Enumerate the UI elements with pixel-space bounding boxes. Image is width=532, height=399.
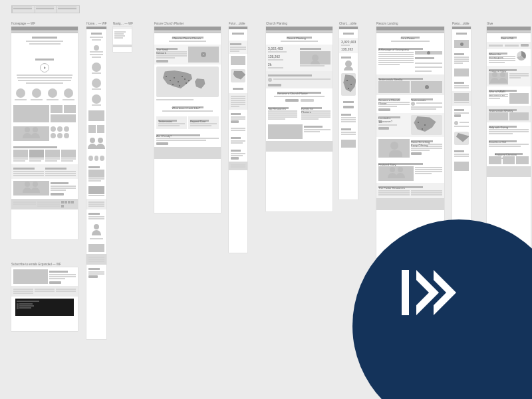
cp-events: Events for Planters <box>301 107 322 109</box>
pie-chart-icon <box>517 51 526 61</box>
artboard-label: Subscribe to emails Expanded — WF <box>11 263 61 266</box>
fcp-ready-heading: Am I Ready? <box>156 134 200 136</box>
pastors-hero: I'm a Pastor <box>401 37 420 39</box>
artboard-homepage[interactable]: Homepage — WF <box>11 27 78 239</box>
artboard-label: Pastors Landing <box>376 22 398 25</box>
artboard-label: Future Church Planter <box>154 22 184 25</box>
give-fcr: Featured Christian Resources <box>495 153 523 155</box>
give-help: Help with Giving <box>489 126 517 128</box>
fcp-looks-heading: What does it Look Like? <box>172 106 203 108</box>
fcp-network-heading: The Send Network <box>156 48 178 50</box>
cp-stat-2: 138,262 <box>268 55 299 59</box>
fcp-card-1: Testimonies <box>158 120 177 122</box>
artboard-label: Pasto…obile <box>452 22 469 25</box>
give-who: Who is NAMB sponsored by <box>489 90 517 92</box>
artboard-cp-mobile[interactable]: Churc…obile 3,022,403138,262 <box>339 27 358 200</box>
give-title: Start a Gift <box>501 37 517 39</box>
artboard-pastors-mobile[interactable]: Pasto…obile <box>452 27 471 238</box>
pastors-become: Become a Church Planter <box>378 98 400 100</box>
give-story: Featured Story <box>489 69 517 71</box>
pastors-located: Located in Vancouver? <box>378 116 400 118</box>
fcp-card-2: Beyond Core <box>190 120 209 122</box>
artboard-label: Churc…obile <box>339 22 356 25</box>
pastors-testimonials: Testimonials <box>411 98 433 100</box>
give-tw: Testimonials Weekly <box>489 109 517 111</box>
pastors-msg: A Message of Savingness <box>378 48 423 50</box>
cp-become-heading: Become a Church Planter <box>277 92 321 94</box>
pastors-weekly: Testimonials Weekly <box>378 78 423 80</box>
artboard-label: Navig… — WF <box>113 22 133 25</box>
give-benefits: Benefits of Gift <box>489 140 517 142</box>
cp-top-resources: Top Resources <box>268 107 289 109</box>
map-north-america <box>156 66 219 97</box>
pastors-enrich: Some Enriching Equip Offering <box>411 140 433 142</box>
cp-stat-3: 2k <box>268 63 299 66</box>
artboard-fcp[interactable]: Future Church Planter I Want to Plant a … <box>154 27 221 213</box>
artboard-label: Church Planting <box>266 22 287 25</box>
artboard-subscribe[interactable]: Subscribe to emails Expanded — WF <box>11 267 78 331</box>
fcp-cta-heading: I Want to Plant a Church <box>172 37 203 39</box>
artboard-label: Futur…obile <box>229 22 245 25</box>
artboard-navigation[interactable]: Navig… — WF <box>113 27 132 52</box>
svg-rect-0 <box>402 270 409 315</box>
pastors-featured: Featured Story <box>378 163 423 165</box>
artboard-label: Home… — WF <box>86 22 107 25</box>
style-guide-strip <box>11 5 80 13</box>
cp-stat-1: 3,022,403 <box>268 47 299 51</box>
artboard-fcp-mobile[interactable]: Futur…obile <box>229 27 247 253</box>
artboard-label: Give <box>487 22 493 25</box>
give-where: Where the money goes <box>489 53 507 55</box>
pastors-resources: The Pastor Resources <box>378 186 423 188</box>
artboard-church-planting[interactable]: Church Planting Church Planting 3,022,40… <box>266 27 332 211</box>
artboard-home-mobile[interactable]: Home… — WF <box>86 27 106 339</box>
artboard-label: Homepage — WF <box>11 22 35 25</box>
forward-chevron-icon <box>386 253 466 332</box>
cp-title: Church Planting <box>287 37 312 39</box>
